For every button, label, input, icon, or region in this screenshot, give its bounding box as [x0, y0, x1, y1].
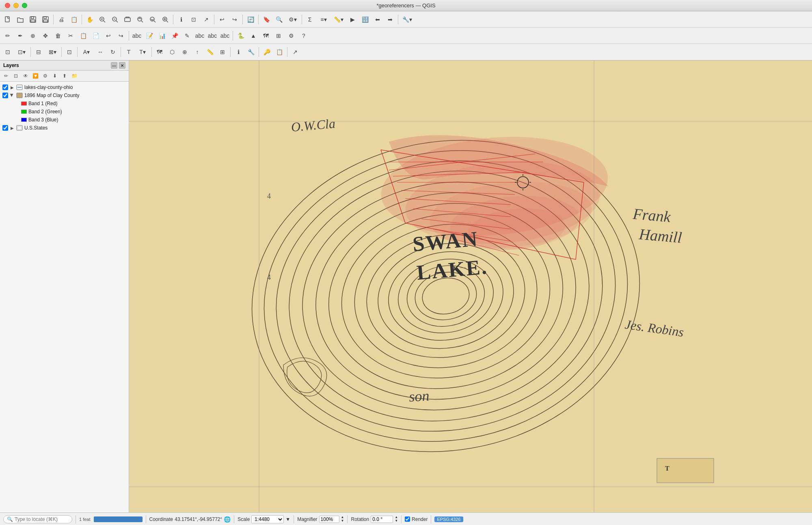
- move-feature-button[interactable]: ✥: [39, 30, 52, 42]
- annotation3-button[interactable]: abc: [194, 30, 206, 42]
- rotation-spinner[interactable]: ▲▼: [395, 516, 398, 523]
- attribute-table-button[interactable]: ≡▾: [316, 13, 331, 26]
- paste-feature-button[interactable]: 📄: [90, 30, 102, 42]
- magnifier-spinner[interactable]: ▲▼: [341, 516, 344, 523]
- text-annotation-button[interactable]: T: [123, 46, 135, 58]
- select-rect-button[interactable]: ⊡: [188, 13, 200, 26]
- delete-selected-button[interactable]: 🗑: [52, 30, 64, 42]
- measure-button[interactable]: 📏▾: [331, 13, 346, 26]
- layer-expand-us-states[interactable]: ▶: [10, 125, 15, 130]
- spatial-bookmarks-button[interactable]: 🔖: [260, 13, 272, 26]
- render-checkbox[interactable]: [405, 516, 410, 522]
- map-decoration-button[interactable]: ⊕: [179, 46, 191, 58]
- map-canvas[interactable]: SWAN LAKE. — O.W.Cla Frank Hamill Jes. R…: [129, 60, 812, 512]
- edit-layer-button[interactable]: ✏: [2, 30, 14, 42]
- zoom-layer-button[interactable]: [134, 13, 146, 26]
- expand-all-button[interactable]: ⬇: [50, 71, 59, 80]
- rotation-field[interactable]: Rotation ▲▼: [351, 516, 398, 523]
- layer-checkbox-map1896[interactable]: [2, 93, 8, 98]
- layers-minimize-button[interactable]: —: [111, 62, 117, 69]
- open-layer-properties-button[interactable]: 👁: [21, 71, 30, 80]
- rotation-input[interactable]: [371, 516, 393, 523]
- label-tool-button[interactable]: abc: [131, 30, 143, 42]
- zoom-history-back-button[interactable]: ⬅: [371, 13, 384, 26]
- label-diagram-button[interactable]: A▾: [79, 46, 94, 58]
- redo-edits-button[interactable]: ↪: [115, 30, 127, 42]
- collapse-all-button[interactable]: ⬆: [60, 71, 69, 80]
- select-by-menu-button[interactable]: ⊡▾: [14, 46, 29, 58]
- layer-item-lakes[interactable]: ▶ lakes-clay-county-ohio: [0, 83, 129, 91]
- render-field[interactable]: Render: [405, 516, 428, 522]
- move-label-button[interactable]: ↔: [94, 46, 106, 58]
- zoom-native-button[interactable]: 🔍: [273, 13, 285, 26]
- magnifier-input[interactable]: [319, 516, 339, 523]
- cut-feature-button[interactable]: ✂: [65, 30, 77, 42]
- osm-button[interactable]: ⬡: [166, 46, 178, 58]
- select-by-rect-button[interactable]: ⊡: [2, 46, 14, 58]
- select-features-button[interactable]: ↗: [200, 13, 212, 26]
- locate-input[interactable]: [15, 516, 63, 522]
- save-layer-button[interactable]: +: [39, 13, 52, 26]
- layer-checkbox-lakes[interactable]: [2, 84, 8, 90]
- layer-item-band-green[interactable]: Band 2 (Green): [0, 108, 129, 116]
- node-tool-button[interactable]: ⊕: [27, 30, 39, 42]
- annotation-button[interactable]: 📝: [143, 30, 155, 42]
- north-arrow-button[interactable]: ↑: [191, 46, 203, 58]
- filter-layers-button[interactable]: 🔽: [31, 71, 40, 80]
- form-select-button[interactable]: ⊟: [32, 46, 45, 58]
- undo-edits-button[interactable]: ↩: [102, 30, 114, 42]
- layer-expand-lakes[interactable]: ▶: [10, 85, 15, 90]
- minimize-button[interactable]: [13, 3, 19, 8]
- remove-layer-button[interactable]: ⊡: [11, 71, 20, 80]
- text-tool-menu-button[interactable]: T▾: [135, 46, 150, 58]
- save-project-button[interactable]: [27, 13, 39, 26]
- locate-input-container[interactable]: 🔍: [3, 515, 72, 523]
- atlas-button[interactable]: 📋: [68, 13, 80, 26]
- map-overview-button[interactable]: ⊞: [216, 46, 229, 58]
- pin-annotation-button[interactable]: 📌: [168, 30, 181, 42]
- plugin4-button[interactable]: ⚙: [285, 30, 297, 42]
- deselect-menu-button[interactable]: ⊠▾: [45, 46, 60, 58]
- annotation2-button[interactable]: ✎: [181, 30, 193, 42]
- plugin2-button[interactable]: 🗺: [260, 30, 272, 42]
- share-button[interactable]: ↗: [289, 46, 301, 58]
- scale-field[interactable]: Scale 1:4480 1:1000 1:5000 1:10000 1:500…: [238, 515, 290, 523]
- georef-button[interactable]: ⊞: [272, 30, 285, 42]
- undo-button[interactable]: ↩: [216, 13, 228, 26]
- scale-select[interactable]: 1:4480 1:1000 1:5000 1:10000 1:50000: [251, 515, 284, 523]
- statistical-summary-button[interactable]: Σ: [304, 13, 316, 26]
- new-project-button[interactable]: [2, 13, 14, 26]
- python-console-button[interactable]: 🐍: [235, 30, 247, 42]
- open-attribute-button[interactable]: 📋: [273, 46, 285, 58]
- identify-button[interactable]: ℹ: [175, 13, 187, 26]
- copy-feature-button[interactable]: 📋: [77, 30, 89, 42]
- annotation5-button[interactable]: abc: [219, 30, 231, 42]
- layer-actions-button[interactable]: ⚙: [41, 71, 50, 80]
- layer-item-band-blue[interactable]: Band 3 (Blue): [0, 116, 129, 124]
- zoom-in-button[interactable]: [96, 13, 108, 26]
- zoom-out-button[interactable]: [109, 13, 121, 26]
- field-calculator-button[interactable]: 🔢: [359, 13, 371, 26]
- scale-bar-button[interactable]: 📏: [204, 46, 216, 58]
- pan-to-selection-button[interactable]: [159, 13, 171, 26]
- invert-select-button[interactable]: ⊡: [63, 46, 76, 58]
- print-layout-button[interactable]: 🖨: [55, 13, 67, 26]
- chart-button[interactable]: 📊: [156, 30, 168, 42]
- layers-close-button[interactable]: ✕: [119, 62, 125, 69]
- feature-info-button[interactable]: ℹ: [232, 46, 244, 58]
- layer-expand-map1896[interactable]: ▶: [10, 93, 15, 98]
- open-project-button[interactable]: [14, 13, 26, 26]
- layer-item-us-states[interactable]: ▶ U.S.States: [0, 124, 129, 132]
- layer-checkbox-us-states[interactable]: [2, 125, 8, 131]
- magnifier-field[interactable]: Magnifier ▲▼: [297, 516, 344, 523]
- plugin1-button[interactable]: ▲: [247, 30, 259, 42]
- zoom-history-fwd-button[interactable]: ➡: [384, 13, 396, 26]
- redo-button[interactable]: ↪: [229, 13, 241, 26]
- epsg-badge[interactable]: EPSG:4326: [434, 516, 463, 522]
- layer-item-map1896[interactable]: ▶ 1896 Map of Clay County: [0, 91, 129, 99]
- rotate-label-button[interactable]: ↻: [107, 46, 119, 58]
- add-layer-button[interactable]: ✏: [2, 71, 11, 80]
- zoom-menu-button[interactable]: ⚙▾: [285, 13, 300, 26]
- zoom-selection-button[interactable]: [147, 13, 159, 26]
- zoom-full-button[interactable]: [121, 13, 134, 26]
